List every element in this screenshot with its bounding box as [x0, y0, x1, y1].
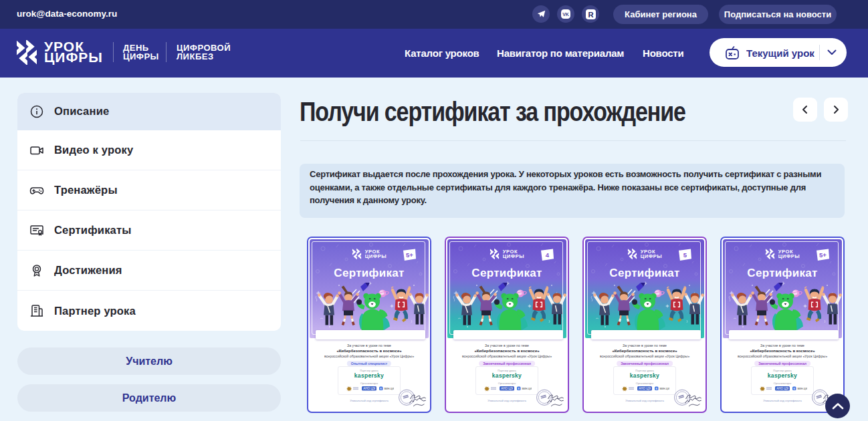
svg-text:5: 5: [683, 251, 687, 259]
svg-text:R: R: [588, 10, 593, 18]
svg-text:5+: 5+: [406, 251, 413, 259]
svg-text:5+: 5+: [819, 251, 827, 259]
svg-text:VK: VK: [562, 12, 569, 17]
svg-text:4: 4: [546, 251, 550, 259]
